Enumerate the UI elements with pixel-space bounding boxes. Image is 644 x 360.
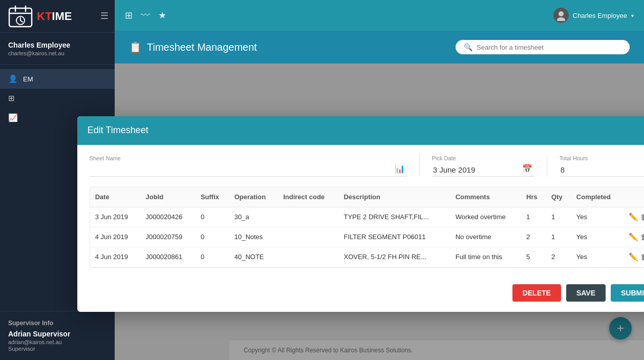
col-description: Description	[338, 187, 450, 207]
cell-operation-1: 10_Notes	[229, 227, 278, 247]
sheet-name-input[interactable]	[90, 163, 407, 177]
cell-comments-0: Worked overtime	[450, 207, 521, 227]
search-bar: 🔍	[456, 40, 630, 54]
modal-footer: DELETE SAVE SUBMIT	[77, 278, 644, 312]
sidebar-menu-button[interactable]: ☰	[100, 10, 109, 22]
col-qty: Qty	[546, 187, 571, 207]
timesheet-table-wrapper: Date JobId Suffix Operation Indirect cod…	[90, 187, 644, 268]
sidebar-user-email: charles@kairos.net.au	[8, 50, 106, 56]
save-button[interactable]: SAVE	[566, 284, 606, 302]
sidebar-logo: KTIME ☰	[0, 0, 115, 33]
supervisor-name: Adrian Supervisor	[8, 330, 106, 338]
cell-operation-2: 40_NOTE	[229, 247, 278, 267]
modal-header: Edit Timesheet ×	[77, 116, 644, 145]
col-comments: Comments	[450, 187, 521, 207]
cell-suffix-2: 0	[196, 247, 229, 267]
edit-row-button-0[interactable]: ✏️	[629, 213, 638, 222]
table-row: 3 Jun 2019 J000020426 0 30_a TYPE 2 DRIV…	[90, 207, 644, 227]
cell-qty-0: 1	[546, 207, 571, 227]
sidebar-user: Charles Employee charles@kairos.net.au	[0, 33, 115, 65]
page-header: 📋 Timesheet Management 🔍	[115, 31, 644, 63]
cell-date-1: 4 Jun 2019	[90, 227, 141, 247]
topnav-star-icon[interactable]: ★	[158, 10, 166, 21]
pick-date-field: Pick Date 📅	[432, 155, 534, 177]
cell-date-0: 3 Jun 2019	[90, 207, 141, 227]
cell-qty-2: 2	[546, 247, 571, 267]
cell-description-2: XOVER, 5-1/2 FH PIN RE...	[338, 247, 450, 267]
cell-completed-1: Yes	[571, 227, 624, 247]
col-operation: Operation	[229, 187, 278, 207]
edit-timesheet-modal: Edit Timesheet × Sheet Name 📊 Pick Date	[77, 116, 644, 312]
cell-actions-0: ✏️ 🗑	[624, 207, 644, 227]
cell-description-0: TYPE 2 DRIVE SHAFT,FIL...	[338, 207, 450, 227]
sidebar-item-em[interactable]: 👤 EM	[0, 69, 115, 89]
supervisor-email: adrian@kairos.net.au	[8, 339, 106, 345]
table-body: 3 Jun 2019 J000020426 0 30_a TYPE 2 DRIV…	[90, 207, 644, 267]
cell-hrs-2: 5	[521, 247, 546, 267]
topnav-user[interactable]: Charles Employee ▾	[553, 8, 634, 23]
chart-icon: 📈	[8, 113, 18, 122]
delete-row-button-2[interactable]: 🗑	[640, 252, 644, 261]
calendar-bar-icon: 📊	[395, 164, 405, 174]
cell-jobid-0: J000020426	[141, 207, 196, 227]
avatar-icon	[555, 10, 567, 21]
cell-comments-2: Full time on this	[450, 247, 521, 267]
edit-row-button-1[interactable]: ✏️	[629, 232, 638, 242]
calendar-icon: 📅	[522, 164, 532, 174]
logo-ime: IME	[52, 10, 72, 23]
col-jobid: JobId	[141, 187, 196, 207]
sidebar-bottom: Supervisor Info Adrian Supervisor adrian…	[0, 311, 115, 360]
sheet-name-label: Sheet Name	[90, 155, 407, 161]
cell-hrs-0: 1	[521, 207, 546, 227]
cell-hrs-1: 2	[521, 227, 546, 247]
cell-actions-1: ✏️ 🗑	[624, 227, 644, 247]
delete-row-button-0[interactable]: 🗑	[640, 213, 644, 221]
delete-row-button-1[interactable]: 🗑	[640, 232, 644, 241]
pick-date-input[interactable]	[432, 163, 534, 177]
delete-button[interactable]: DELETE	[512, 284, 561, 302]
form-row: Sheet Name 📊 Pick Date 📅 Total Hours	[90, 155, 644, 177]
pick-date-label: Pick Date	[432, 155, 534, 161]
search-input[interactable]	[477, 44, 621, 51]
cell-jobid-1: J000020759	[141, 227, 196, 247]
col-actions: ⊞	[624, 187, 644, 207]
page-title-text: Timesheet Management	[147, 41, 257, 53]
cell-description-1: FILTER SEGMENT P06011	[338, 227, 450, 247]
topnav-left: ⊞ 〰 ★	[125, 10, 166, 21]
topnav-chart-icon[interactable]: 〰	[141, 10, 150, 21]
topnav-chevron-icon: ▾	[631, 13, 634, 18]
cell-suffix-1: 0	[196, 227, 229, 247]
cell-date-2: 4 Jun 2019	[90, 247, 141, 267]
logo-kt: KT	[37, 10, 52, 23]
total-hours-input[interactable]	[560, 163, 644, 177]
cell-suffix-0: 0	[196, 207, 229, 227]
cell-operation-0: 30_a	[229, 207, 278, 227]
svg-point-7	[559, 11, 564, 16]
sidebar-item-grid[interactable]: ⊞	[0, 89, 115, 108]
sidebar-item-em-label: EM	[23, 75, 33, 83]
total-hours-label: Total Hours	[560, 155, 644, 161]
logo-text: KTIME	[37, 10, 72, 23]
cell-qty-1: 1	[546, 227, 571, 247]
sidebar-user-name: Charles Employee	[8, 41, 106, 49]
logo-svg	[8, 4, 33, 29]
cell-completed-2: Yes	[571, 247, 624, 267]
cell-jobid-2: J000020861	[141, 247, 196, 267]
col-date: Date	[90, 187, 141, 207]
edit-row-button-2[interactable]: ✏️	[629, 252, 638, 262]
topnav-grid-icon[interactable]: ⊞	[125, 10, 133, 21]
timesheet-icon: 📋	[129, 41, 142, 53]
svg-point-8	[557, 17, 565, 21]
table-row: 4 Jun 2019 J000020759 0 10_Notes FILTER …	[90, 227, 644, 247]
table-header-row: Date JobId Suffix Operation Indirect cod…	[90, 187, 644, 207]
em-icon: 👤	[8, 74, 18, 83]
submit-button[interactable]: SUBMIT	[611, 284, 644, 302]
total-hours-field: Total Hours 🕐	[560, 155, 644, 177]
topnav-right: Charles Employee ▾	[553, 8, 634, 23]
modal-title: Edit Timesheet	[88, 125, 148, 136]
field-separator-1	[419, 155, 420, 177]
topnav-user-name: Charles Employee	[573, 12, 627, 19]
page-title: 📋 Timesheet Management	[129, 41, 257, 53]
cell-completed-0: Yes	[571, 207, 624, 227]
topnav-avatar	[553, 8, 569, 23]
